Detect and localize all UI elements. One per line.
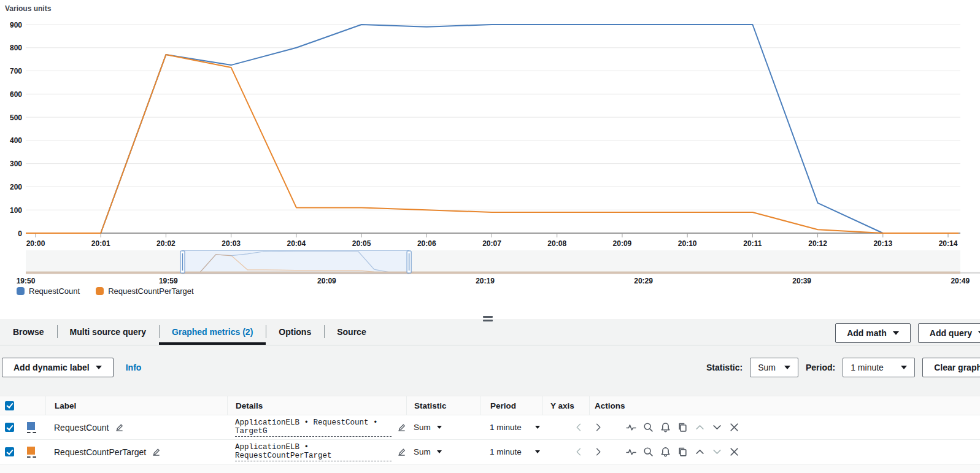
svg-text:0: 0 <box>18 229 22 238</box>
edit-label-icon[interactable] <box>152 447 161 456</box>
tab-source[interactable]: Source <box>324 319 379 345</box>
edit-label-icon[interactable] <box>115 423 124 432</box>
svg-text:20:39: 20:39 <box>792 277 811 285</box>
svg-text:700: 700 <box>10 67 22 75</box>
add-query-label: Add query <box>930 328 972 338</box>
clear-graph-label: Clear graph <box>934 363 980 372</box>
column-header-period: Period <box>480 396 542 415</box>
table-row: RequestCount ApplicationELB • RequestCou… <box>0 415 980 440</box>
metric-details[interactable]: ApplicationELB • RequestCountPerTarget <box>235 443 392 461</box>
add-dynamic-label-button[interactable]: Add dynamic label <box>2 358 114 377</box>
period-dropdown[interactable]: 1 minute <box>490 423 540 432</box>
svg-text:20:07: 20:07 <box>482 239 501 248</box>
svg-text:400: 400 <box>10 136 22 145</box>
clear-graph-button[interactable]: Clear graph <box>922 358 980 377</box>
duplicate-icon[interactable] <box>677 447 688 457</box>
move-up-icon[interactable] <box>695 447 705 457</box>
controls-right: Statistic: Sum Period: 1 minute Clear gr… <box>706 358 980 377</box>
remove-icon[interactable] <box>729 422 739 433</box>
metrics-chart[interactable]: Various units010020030040050060070080090… <box>0 0 980 305</box>
row-checkbox[interactable] <box>5 423 14 432</box>
caret-down-icon <box>901 366 907 369</box>
metrics-panel: Browse Multi source query Graphed metric… <box>0 319 980 473</box>
table-footer <box>0 464 980 473</box>
shift-left-icon[interactable] <box>574 447 584 456</box>
svg-text:20:08: 20:08 <box>547 239 566 248</box>
caret-down-icon <box>437 426 442 429</box>
legend-item[interactable]: RequestCount <box>17 286 80 296</box>
tab-bar-actions: Add math Add query <box>835 319 980 345</box>
legend-swatch <box>96 287 104 295</box>
column-header-details: Details <box>227 396 406 415</box>
tab-multi-source-query[interactable]: Multi source query <box>57 319 159 345</box>
edit-details-icon[interactable] <box>397 423 406 432</box>
svg-text:100: 100 <box>10 206 22 215</box>
svg-text:20:02: 20:02 <box>156 239 176 248</box>
duplicate-icon[interactable] <box>677 422 688 433</box>
timeline-strip[interactable] <box>26 250 960 274</box>
svg-text:20:11: 20:11 <box>743 239 762 248</box>
caret-down-icon <box>535 426 540 429</box>
caret-down-icon <box>893 331 899 335</box>
color-edit-dashes <box>27 456 36 458</box>
svg-text:20:14: 20:14 <box>939 239 958 248</box>
alarm-bell-icon[interactable] <box>660 447 671 457</box>
svg-text:500: 500 <box>10 113 22 122</box>
tab-graphed-metrics[interactable]: Graphed metrics (2) <box>159 319 266 345</box>
add-dynamic-label-text: Add dynamic label <box>14 363 90 372</box>
graphed-metrics-table: Label Details Statistic Period Y axis Ac… <box>0 396 980 473</box>
info-link[interactable]: Info <box>126 363 142 372</box>
series-color-picker[interactable] <box>27 447 36 458</box>
series-color-swatch <box>27 422 35 430</box>
move-down-icon[interactable] <box>712 422 722 433</box>
brush-handle[interactable] <box>407 251 411 273</box>
select-all-checkbox[interactable] <box>5 401 14 410</box>
svg-text:20:09: 20:09 <box>317 277 336 285</box>
svg-text:20:49: 20:49 <box>951 277 970 285</box>
svg-text:600: 600 <box>10 90 22 99</box>
table-header: Label Details Statistic Period Y axis Ac… <box>0 396 980 415</box>
move-down-icon[interactable] <box>712 447 722 457</box>
period-dropdown[interactable]: 1 minute <box>490 447 540 456</box>
row-checkbox[interactable] <box>5 447 14 456</box>
brush-handle[interactable] <box>180 251 185 273</box>
metric-label: RequestCountPerTarget <box>54 447 146 457</box>
statistic-dropdown[interactable]: Sum <box>414 447 442 456</box>
timeline-baseline-future <box>960 272 980 274</box>
tab-browse[interactable]: Browse <box>0 319 57 345</box>
period-label: Period: <box>806 363 835 372</box>
series-line-RequestCountPerTarget <box>26 55 959 233</box>
move-up-icon[interactable] <box>695 422 705 433</box>
chart-legend: RequestCountRequestCountPerTarget <box>17 286 194 296</box>
search-icon[interactable] <box>643 447 654 457</box>
tab-options[interactable]: Options <box>266 319 324 345</box>
metric-label: RequestCount <box>54 423 109 433</box>
alarm-bell-icon[interactable] <box>660 422 671 433</box>
column-header-actions: Actions <box>589 396 980 415</box>
series-color-picker[interactable] <box>27 422 36 433</box>
svg-text:20:04: 20:04 <box>287 239 306 248</box>
table-row: RequestCountPerTarget ApplicationELB • R… <box>0 440 980 464</box>
search-icon[interactable] <box>643 422 654 433</box>
metric-details[interactable]: ApplicationELB • RequestCount • TargetG <box>235 418 392 437</box>
column-header-yaxis: Y axis <box>542 396 589 415</box>
legend-label: RequestCount <box>29 286 80 296</box>
period-select[interactable]: 1 minute <box>843 358 915 377</box>
edit-details-icon[interactable] <box>397 447 406 456</box>
statistic-label: Statistic: <box>706 363 743 372</box>
legend-item[interactable]: RequestCountPerTarget <box>96 286 193 296</box>
add-query-button[interactable]: Add query <box>918 323 980 343</box>
statistic-dropdown[interactable]: Sum <box>414 423 442 432</box>
tab-bar: Browse Multi source query Graphed metric… <box>0 319 980 345</box>
add-math-button[interactable]: Add math <box>835 323 911 343</box>
caret-down-icon <box>784 366 790 369</box>
svg-text:20:01: 20:01 <box>91 239 110 248</box>
statistic-select[interactable]: Sum <box>750 358 798 377</box>
shift-left-icon[interactable] <box>574 423 584 432</box>
svg-text:20:12: 20:12 <box>808 239 827 248</box>
pulse-icon[interactable] <box>626 422 636 433</box>
remove-icon[interactable] <box>729 447 739 457</box>
pulse-icon[interactable] <box>626 447 636 457</box>
caret-down-icon <box>535 450 540 453</box>
y-axis-units-label: Various units <box>5 4 52 13</box>
